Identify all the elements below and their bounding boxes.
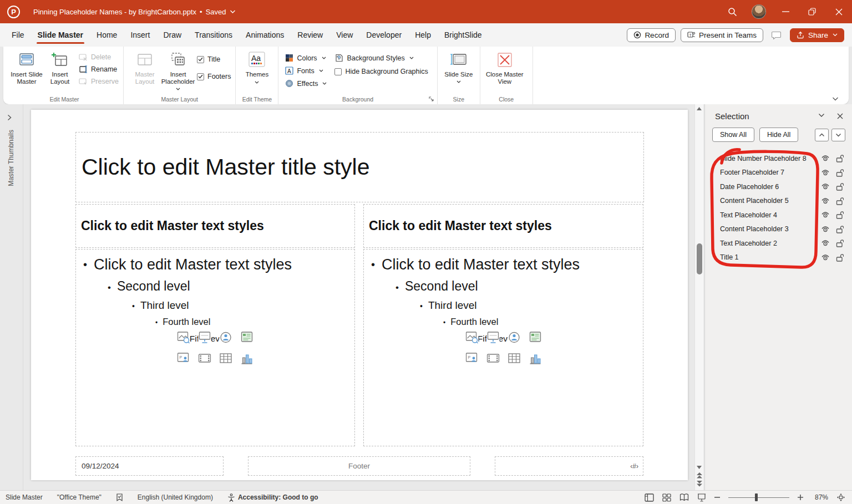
scroll-down-button[interactable] bbox=[695, 463, 704, 471]
send-backward-button[interactable] bbox=[831, 129, 845, 141]
table-icon[interactable] bbox=[508, 352, 520, 365]
footers-checkbox[interactable]: Footers bbox=[197, 73, 231, 80]
collapse-ribbon-button[interactable] bbox=[832, 97, 839, 101]
selection-item-text-placeholder-4[interactable]: Text Placeholder 4 bbox=[705, 208, 852, 222]
tab-brightslide[interactable]: BrightSlide bbox=[438, 23, 489, 47]
slideshow-button[interactable] bbox=[697, 493, 706, 502]
hide-background-graphics-checkbox[interactable]: Hide Background Graphics bbox=[334, 68, 428, 75]
visibility-eye-icon[interactable] bbox=[820, 155, 831, 162]
unlocked-icon[interactable] bbox=[834, 225, 845, 233]
scrollbar-thumb[interactable] bbox=[697, 243, 702, 274]
scroll-up-button[interactable] bbox=[695, 104, 704, 113]
tab-animations[interactable]: Animations bbox=[239, 23, 291, 47]
content-placeholder-5[interactable]: •Click to edit Master text styles •Secon… bbox=[75, 249, 355, 446]
comments-button[interactable] bbox=[768, 27, 785, 43]
selection-item-content-placeholder-5[interactable]: Content Placeholder 5 bbox=[705, 194, 852, 208]
text-placeholder-2[interactable]: Click to edit Master text styles bbox=[363, 204, 643, 248]
zoom-in-button[interactable] bbox=[798, 495, 803, 500]
tab-slide-master[interactable]: Slide Master bbox=[31, 23, 90, 47]
selection-item-title-1[interactable]: Title 1 bbox=[705, 251, 852, 265]
hide-all-button[interactable]: Hide All bbox=[759, 128, 798, 142]
unlocked-icon[interactable] bbox=[834, 182, 845, 191]
tab-help[interactable]: Help bbox=[408, 23, 438, 47]
zoom-slider[interactable] bbox=[728, 493, 789, 502]
reading-view-button[interactable] bbox=[679, 493, 689, 501]
pane-options-button[interactable] bbox=[818, 113, 825, 119]
insert-slide-master-button[interactable]: Insert Slide Master bbox=[10, 49, 43, 85]
cameo-icon[interactable]: P bbox=[465, 352, 478, 365]
account-button[interactable] bbox=[746, 0, 772, 23]
selection-item-slide-number-placeholder-8[interactable]: Slide Number Placeholder 8 bbox=[705, 151, 852, 166]
minimize-button[interactable] bbox=[772, 0, 799, 23]
3d-models-icon[interactable] bbox=[486, 331, 499, 344]
slide-master-editing-surface[interactable]: Click to edit Master title style Click t… bbox=[31, 110, 688, 480]
accessibility-status-button[interactable]: Accessibility: Good to go bbox=[227, 493, 318, 502]
3d-models-icon[interactable] bbox=[199, 331, 211, 344]
rename-button[interactable]: Rename bbox=[79, 65, 119, 73]
selection-item-date-placeholder-6[interactable]: Date Placeholder 6 bbox=[705, 180, 852, 194]
unlocked-icon[interactable] bbox=[834, 211, 845, 219]
background-styles-button[interactable]: Background Styles bbox=[334, 54, 428, 62]
powerpoint-logo-icon[interactable]: P bbox=[7, 6, 20, 18]
slide-size-button[interactable]: Slide Size bbox=[442, 49, 475, 85]
title-checkbox[interactable]: Title bbox=[197, 55, 231, 63]
record-button[interactable]: Record bbox=[627, 28, 676, 42]
video-icon[interactable] bbox=[486, 352, 499, 365]
bring-forward-button[interactable] bbox=[815, 129, 829, 141]
tab-home[interactable]: Home bbox=[90, 23, 124, 47]
slide-sorter-button[interactable] bbox=[662, 493, 671, 502]
selection-item-content-placeholder-3[interactable]: Content Placeholder 3 bbox=[705, 222, 852, 237]
icons-icon[interactable] bbox=[220, 331, 232, 344]
fit-slide-button[interactable] bbox=[836, 493, 845, 502]
unlocked-icon[interactable] bbox=[834, 154, 845, 162]
chart-icon[interactable] bbox=[241, 352, 253, 365]
proofing-status-button[interactable] bbox=[116, 493, 123, 502]
visibility-eye-icon[interactable] bbox=[820, 169, 831, 176]
content-placeholder-3[interactable]: •Click to edit Master text styles •Secon… bbox=[363, 249, 643, 446]
video-icon[interactable] bbox=[199, 352, 211, 365]
chevron-down-icon[interactable] bbox=[230, 9, 236, 14]
tab-view[interactable]: View bbox=[329, 23, 359, 47]
chart-icon[interactable] bbox=[529, 352, 541, 365]
status-view-label[interactable]: Slide Master bbox=[6, 493, 43, 501]
cameo-icon[interactable]: P bbox=[178, 352, 190, 365]
unlocked-icon[interactable] bbox=[834, 253, 845, 262]
previous-slide-button[interactable] bbox=[695, 471, 704, 480]
tab-draw[interactable]: Draw bbox=[156, 23, 188, 47]
visibility-eye-icon[interactable] bbox=[820, 183, 831, 190]
title-placeholder[interactable]: Click to edit Master title style bbox=[75, 132, 644, 202]
show-all-button[interactable]: Show All bbox=[712, 128, 754, 142]
themes-button[interactable]: Aa Themes bbox=[240, 49, 273, 85]
insert-layout-button[interactable]: Insert Layout bbox=[43, 49, 77, 85]
slide-number-placeholder[interactable]: ‹#› bbox=[495, 456, 643, 476]
tab-review[interactable]: Review bbox=[291, 23, 329, 47]
master-thumbnails-label[interactable]: Master Thumbnails bbox=[7, 130, 15, 186]
table-icon[interactable] bbox=[220, 352, 232, 365]
expand-thumbnails-button[interactable] bbox=[7, 114, 12, 121]
share-button[interactable]: Share bbox=[790, 28, 844, 42]
visibility-eye-icon[interactable] bbox=[820, 240, 831, 247]
visibility-eye-icon[interactable] bbox=[820, 211, 831, 218]
search-button[interactable] bbox=[719, 0, 746, 23]
zoom-level[interactable]: 87% bbox=[812, 493, 828, 501]
status-theme-label[interactable]: "Office Theme" bbox=[57, 493, 102, 501]
smartart-icon[interactable] bbox=[241, 331, 253, 344]
scrollbar-track[interactable] bbox=[695, 113, 703, 463]
visibility-eye-icon[interactable] bbox=[820, 254, 831, 261]
zoom-slider-thumb[interactable] bbox=[755, 493, 758, 501]
zoom-out-button[interactable] bbox=[714, 497, 720, 498]
next-slide-button[interactable] bbox=[695, 480, 704, 488]
stock-images-icon[interactable] bbox=[465, 331, 478, 344]
visibility-eye-icon[interactable] bbox=[820, 197, 831, 205]
stock-images-icon[interactable] bbox=[178, 331, 190, 344]
icons-icon[interactable] bbox=[508, 331, 520, 344]
insert-placeholder-button[interactable]: Insert Placeholder bbox=[161, 49, 195, 93]
status-language[interactable]: English (United Kingdom) bbox=[138, 493, 213, 501]
vertical-scrollbar[interactable] bbox=[694, 104, 703, 490]
effects-button[interactable]: Effects bbox=[285, 79, 327, 88]
tab-developer[interactable]: Developer bbox=[359, 23, 408, 47]
selection-item-text-placeholder-2[interactable]: Text Placeholder 2 bbox=[705, 236, 852, 251]
date-placeholder[interactable]: 09/12/2024 bbox=[75, 456, 224, 476]
selection-item-footer-placeholder-7[interactable]: Footer Placeholder 7 bbox=[705, 166, 852, 180]
close-button[interactable] bbox=[825, 0, 852, 23]
